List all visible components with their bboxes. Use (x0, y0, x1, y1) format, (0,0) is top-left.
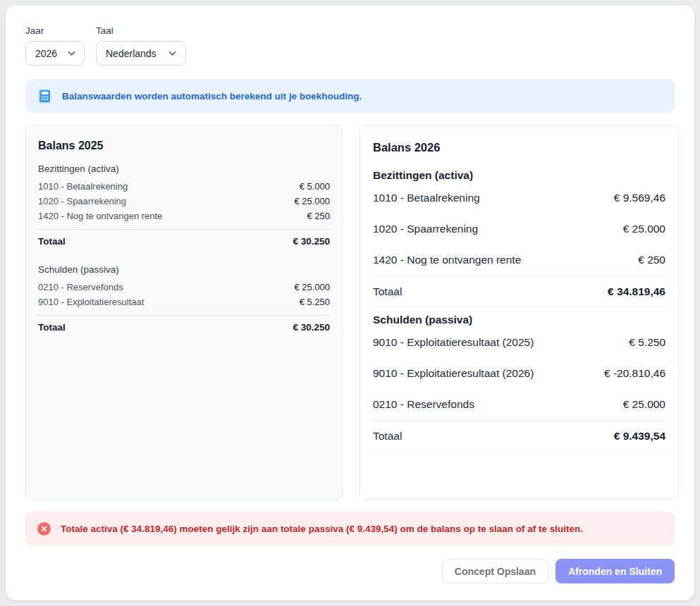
balance-panels: Balans 2025 Bezittingen (activa) 1010 - … (25, 125, 675, 500)
language-select-value: Nederlands (106, 48, 156, 59)
balance-2026-panel: Balans 2026 Bezittingen (activa) 1010 - … (360, 125, 679, 500)
year-label: Jaar (25, 25, 85, 36)
panel-title: Balans 2026 (373, 141, 665, 154)
account-row: 9010 - Exploitatieresultaat (2025) € 5.2… (373, 327, 665, 358)
account-label: 1010 - Betaalrekening (38, 181, 128, 192)
total-label: Totaal (373, 285, 402, 298)
account-row: 9010 - Exploitatieresultaat € 5.250 (38, 295, 330, 309)
section-heading: Bezittingen (activa) (373, 169, 665, 182)
account-row: 1020 - Spaarrekening € 25.000 (373, 214, 665, 245)
account-row: 1420 - Nog te ontvangen rente € 250 (38, 209, 330, 223)
save-draft-button[interactable]: Concept Opslaan (442, 559, 548, 583)
chevron-down-icon (168, 49, 177, 58)
total-label: Totaal (373, 430, 402, 443)
chevron-down-icon (67, 49, 76, 58)
account-label: 9010 - Exploitatieresultaat (38, 297, 144, 307)
account-value: € 25.000 (294, 282, 330, 292)
language-label: Taal (96, 25, 186, 36)
language-select[interactable]: Nederlands (96, 41, 186, 66)
account-label: 9010 - Exploitatieresultaat (2025) (373, 336, 534, 349)
account-row: 1420 - Nog te ontvangen rente € 250 (373, 245, 665, 276)
account-value: € 25.000 (294, 196, 330, 206)
panel-title: Balans 2025 (38, 140, 330, 152)
language-filter-group: Taal Nederlands (96, 25, 186, 66)
account-value: € 5.250 (300, 297, 330, 307)
total-value: € 34.819,46 (608, 285, 665, 298)
account-row: 1020 - Spaarrekening € 25.000 (38, 194, 330, 209)
total-row: Totaal € 34.819,46 (373, 276, 665, 308)
liabilities-section: Schulden (passiva) 0210 - Reservefonds €… (38, 264, 330, 338)
account-row: 0210 - Reservefonds € 25.000 (38, 280, 330, 295)
account-value: € 250 (307, 211, 330, 221)
year-filter-group: Jaar 2026 (25, 25, 85, 66)
account-row: 1010 - Betaalrekening € 5.000 (38, 179, 330, 194)
account-value: € 25.000 (623, 398, 665, 411)
account-row: 9010 - Exploitatieresultaat (2026) € -20… (373, 358, 665, 389)
section-heading: Schulden (passiva) (373, 314, 665, 326)
account-label: 1420 - Nog te ontvangen rente (38, 211, 162, 221)
footer-actions: Concept Opslaan Afronden en Sluiten (25, 559, 675, 583)
balance-2025-panel: Balans 2025 Bezittingen (activa) 1010 - … (25, 125, 343, 500)
finalize-button[interactable]: Afronden en Sluiten (555, 559, 675, 583)
total-row: Totaal € 30.250 (38, 229, 330, 252)
year-select[interactable]: 2026 (25, 41, 85, 66)
total-row: Totaal € 9.439,54 (373, 420, 665, 452)
total-label: Totaal (38, 236, 66, 247)
account-label: 1420 - Nog te ontvangen rente (373, 254, 521, 266)
total-label: Totaal (38, 322, 66, 333)
section-heading: Bezittingen (activa) (38, 163, 330, 174)
account-value: € 5.250 (629, 336, 665, 349)
calculator-icon (37, 89, 52, 104)
info-banner-text: Balanswaarden worden automatisch bereken… (62, 91, 362, 101)
liabilities-section: Schulden (passiva) 9010 - Exploitatieres… (373, 314, 665, 452)
error-banner-text: Totale activa (€ 34.819,46) moeten gelij… (61, 524, 583, 534)
filters-row: Jaar 2026 Taal Nederlands (25, 25, 675, 66)
account-label: 1010 - Betaalrekening (373, 192, 480, 204)
account-label: 0210 - Reservefonds (38, 282, 123, 292)
balance-editor-card: Jaar 2026 Taal Nederlands Balanswaard (6, 6, 694, 600)
account-label: 1020 - Spaarrekening (373, 223, 478, 235)
account-label: 1020 - Spaarrekening (38, 196, 126, 206)
total-value: € 30.250 (293, 236, 330, 247)
account-value: € 250 (638, 254, 665, 266)
account-value: € -20.810,46 (604, 367, 665, 380)
account-label: 9010 - Exploitatieresultaat (2026) (373, 367, 534, 380)
info-banner: Balanswaarden worden automatisch bereken… (25, 79, 675, 113)
assets-section: Bezittingen (activa) 1010 - Betaalrekeni… (38, 163, 330, 252)
total-value: € 30.250 (293, 322, 330, 333)
account-value: € 25.000 (623, 223, 665, 235)
year-select-value: 2026 (35, 48, 57, 59)
assets-section: Bezittingen (activa) 1010 - Betaalrekeni… (373, 169, 665, 308)
total-value: € 9.439,54 (614, 430, 665, 443)
account-row: 0210 - Reservefonds € 25.000 (373, 389, 665, 420)
total-row: Totaal € 30.250 (38, 315, 330, 338)
error-banner: Totale activa (€ 34.819,46) moeten gelij… (25, 512, 675, 545)
account-row: 1010 - Betaalrekening € 9.569,46 (373, 183, 665, 214)
section-heading: Schulden (passiva) (38, 264, 330, 275)
account-value: € 9.569,46 (614, 192, 665, 204)
account-value: € 5.000 (300, 181, 330, 192)
error-icon (37, 522, 51, 536)
account-label: 0210 - Reservefonds (373, 398, 474, 411)
